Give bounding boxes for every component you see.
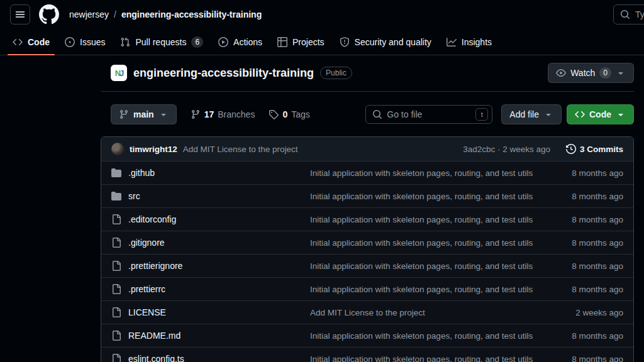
file-commit-age: 8 months ago <box>549 331 623 341</box>
go-to-file-input[interactable] <box>387 109 471 119</box>
file-commit-age: 8 months ago <box>549 192 623 201</box>
tab-actions[interactable]: Actions <box>213 29 267 55</box>
tab-code[interactable]: Code <box>8 29 55 55</box>
file-name: .gitignore <box>128 238 165 248</box>
file-name: .prettierignore <box>128 261 182 271</box>
table-icon <box>277 37 287 47</box>
commit-author-link[interactable]: timwright12 <box>130 145 177 154</box>
file-name-link[interactable]: eslint.config.ts <box>111 354 310 362</box>
header-divider <box>101 91 634 92</box>
app-header: newjersey / engineering-accessibility-tr… <box>0 0 644 29</box>
keyboard-shortcut-hint: t <box>475 108 488 121</box>
file-name-link[interactable]: .gitignore <box>111 238 310 248</box>
file-name-link[interactable]: .editorconfig <box>111 214 310 224</box>
file-commit-age: 8 months ago <box>549 285 623 294</box>
branch-selector-button[interactable]: main <box>111 104 177 124</box>
file-name-link[interactable]: .prettierrc <box>111 284 310 294</box>
repo-main-content: NJ engineering-accessibility-training Pu… <box>101 63 634 362</box>
file-icon <box>111 284 121 294</box>
repo-tab-nav: Code Issues Pull requests 6 Actions Proj… <box>0 29 644 55</box>
current-branch-label: main <box>133 109 154 119</box>
chevron-down-icon <box>616 68 626 78</box>
visibility-badge: Public <box>320 67 352 79</box>
branches-label: Branches <box>218 109 255 119</box>
commit-history-link[interactable]: 3 Commits <box>566 144 623 154</box>
repo-title[interactable]: engineering-accessibility-training <box>133 67 314 80</box>
history-icon <box>566 144 576 154</box>
commit-message-link[interactable]: Add MIT License to the project <box>183 145 298 154</box>
github-logo-icon[interactable] <box>39 4 59 25</box>
file-commit-age: 8 months ago <box>549 215 623 224</box>
tags-link[interactable]: 0 Tags <box>269 109 309 119</box>
repo-controls-row: main 17 Branches 0 Tags t Add file Code <box>101 104 634 124</box>
file-name-link[interactable]: LICENSE <box>111 307 310 317</box>
file-commit-message[interactable]: Initial application with skeleton pages,… <box>310 331 549 341</box>
tab-label: Actions <box>233 37 262 47</box>
file-name-link[interactable]: .prettierignore <box>111 261 310 271</box>
file-commit-message[interactable]: Add MIT License to the project <box>310 308 549 317</box>
org-avatar-letter-j: J <box>119 69 123 78</box>
file-commit-message[interactable]: Initial application with skeleton pages,… <box>310 354 549 362</box>
eye-icon <box>556 68 566 78</box>
file-commit-age: 8 months ago <box>549 354 623 362</box>
breadcrumb-org-link[interactable]: newjersey <box>69 9 109 19</box>
file-commit-age: 8 months ago <box>549 238 623 248</box>
file-name-link[interactable]: src <box>111 191 310 201</box>
file-commit-age: 2 weeks ago <box>549 308 623 317</box>
commit-sha-and-time[interactable]: 3ad2cbc · 2 weeks ago <box>463 145 550 154</box>
table-row: .editorconfig Initial application with s… <box>101 207 633 231</box>
pull-requests-count-badge: 6 <box>191 36 203 48</box>
search-icon <box>620 9 630 19</box>
tab-label: Security and quality <box>355 37 431 47</box>
tab-security-and-quality[interactable]: Security and quality <box>335 29 436 55</box>
org-avatar[interactable]: NJ <box>111 65 127 81</box>
play-icon <box>218 37 228 47</box>
file-commit-message[interactable]: Initial application with skeleton pages,… <box>310 261 549 271</box>
code-button-label: Code <box>589 109 611 119</box>
tab-label: Issues <box>80 37 105 47</box>
tags-count: 0 <box>282 109 287 119</box>
tags-label: Tags <box>291 109 310 119</box>
tab-pull-requests[interactable]: Pull requests 6 <box>115 29 208 55</box>
tab-label: Pull requests <box>135 37 186 47</box>
global-search-placeholder: Type / <box>635 9 644 19</box>
file-commit-message[interactable]: Initial application with skeleton pages,… <box>310 238 549 248</box>
file-commit-message[interactable]: Initial application with skeleton pages,… <box>310 285 549 294</box>
file-name-link[interactable]: README.md <box>111 331 310 341</box>
table-row: eslint.config.ts Initial application wit… <box>101 347 633 362</box>
branches-link[interactable]: 17 Branches <box>191 109 255 119</box>
hamburger-menu-button[interactable] <box>10 4 30 25</box>
file-name: .editorconfig <box>128 214 176 224</box>
global-search-input[interactable]: Type / <box>613 4 644 25</box>
watch-label: Watch <box>570 68 595 78</box>
file-table: timwright12 Add MIT License to the proje… <box>101 136 634 362</box>
file-name: README.md <box>128 331 180 341</box>
table-row: .prettierrc Initial application with ske… <box>101 277 633 300</box>
add-file-button[interactable]: Add file <box>501 104 562 124</box>
watch-button[interactable]: Watch 0 <box>548 63 634 83</box>
tab-projects[interactable]: Projects <box>272 29 330 55</box>
file-commit-message[interactable]: Initial application with skeleton pages,… <box>310 192 549 201</box>
folder-icon <box>111 191 121 201</box>
tab-label: Code <box>28 37 50 47</box>
commit-author-avatar[interactable] <box>111 143 124 155</box>
code-icon <box>575 109 585 119</box>
graph-icon <box>447 37 457 47</box>
file-name: eslint.config.ts <box>128 354 184 362</box>
go-to-file-search[interactable]: t <box>365 105 492 124</box>
folder-icon <box>111 168 121 178</box>
code-dropdown-button[interactable]: Code <box>567 104 634 124</box>
file-commit-message[interactable]: Initial application with skeleton pages,… <box>310 168 549 178</box>
table-row: src Initial application with skeleton pa… <box>101 184 633 207</box>
file-icon <box>111 261 121 271</box>
chevron-down-icon <box>543 109 553 119</box>
file-commit-message[interactable]: Initial application with skeleton pages,… <box>310 215 549 224</box>
file-icon <box>111 331 121 341</box>
file-name-link[interactable]: .github <box>111 168 310 178</box>
file-icon <box>111 354 121 362</box>
tab-insights[interactable]: Insights <box>441 29 497 55</box>
file-name: LICENSE <box>128 307 166 317</box>
breadcrumb-repo-link[interactable]: engineering-accessibility-training <box>121 9 262 19</box>
chevron-down-icon <box>616 109 626 119</box>
tab-issues[interactable]: Issues <box>60 29 110 55</box>
